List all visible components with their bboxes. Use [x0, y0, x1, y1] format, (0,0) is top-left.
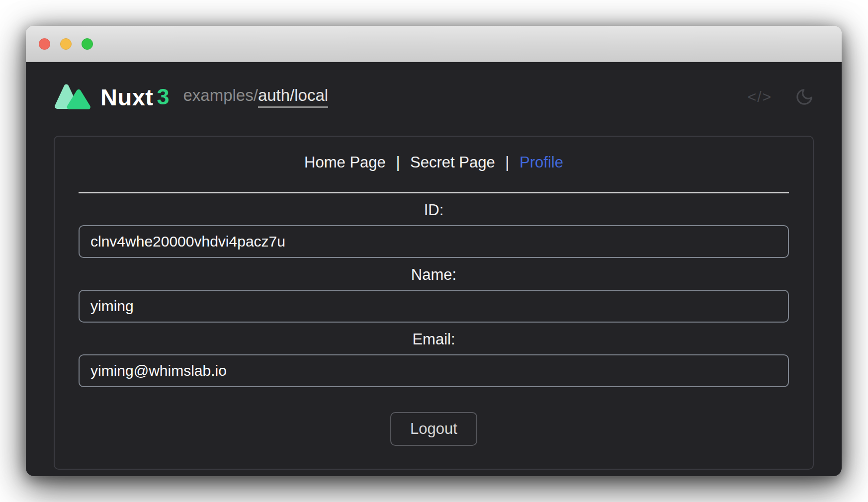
email-field-group: Email: [79, 331, 789, 387]
email-label: Email: [79, 331, 789, 348]
dark-mode-toggle-icon[interactable] [795, 87, 814, 106]
logout-button[interactable]: Logout [390, 412, 477, 446]
id-field-group: ID: [79, 201, 789, 258]
nuxt-logo-icon [54, 83, 92, 111]
nav-link-secret-page[interactable]: Secret Page [410, 154, 495, 171]
nav-link-profile[interactable]: Profile [520, 154, 563, 171]
window-titlebar[interactable] [26, 26, 842, 62]
browser-window: Nuxt 3 examples/ auth/local </> Home Pag… [26, 26, 842, 476]
nav-divider [79, 192, 789, 193]
id-label: ID: [79, 201, 789, 219]
brand-version: 3 [157, 84, 169, 110]
page-nav: Home Page | Secret Page | Profile [79, 154, 789, 171]
card-actions: Logout [79, 412, 789, 446]
traffic-lights [39, 38, 93, 50]
nav-link-home-page[interactable]: Home Page [304, 154, 386, 171]
email-input[interactable] [79, 354, 789, 387]
zoom-window-button[interactable] [82, 38, 93, 50]
minimize-window-button[interactable] [60, 38, 72, 50]
name-input[interactable] [79, 290, 789, 323]
app-header: Nuxt 3 examples/ auth/local </> [54, 82, 814, 112]
page-content: Nuxt 3 examples/ auth/local </> Home Pag… [26, 62, 842, 476]
name-label: Name: [79, 266, 789, 284]
breadcrumb: examples/ auth/local [183, 86, 328, 108]
breadcrumb-link[interactable]: auth/local [258, 86, 328, 108]
nav-separator: | [396, 154, 400, 171]
desktop-background: Nuxt 3 examples/ auth/local </> Home Pag… [0, 0, 868, 502]
name-field-group: Name: [79, 266, 789, 323]
source-code-icon[interactable]: </> [748, 88, 772, 105]
close-window-button[interactable] [39, 38, 50, 50]
nav-separator: | [505, 154, 509, 171]
profile-card: Home Page | Secret Page | Profile ID: Na… [54, 136, 814, 470]
brand-name: Nuxt [100, 84, 153, 111]
breadcrumb-prefix: examples/ [183, 86, 258, 105]
id-input[interactable] [79, 225, 789, 258]
